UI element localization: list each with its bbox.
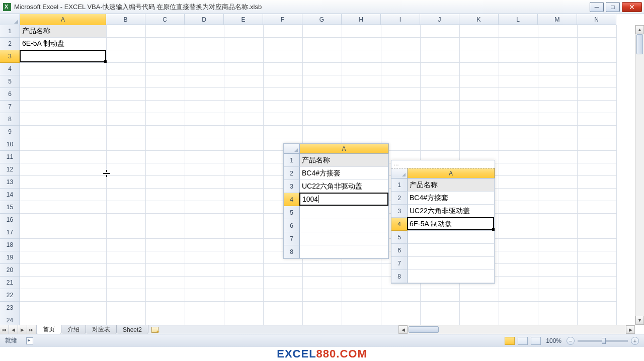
cell-d1[interactable] (185, 25, 224, 38)
cell-l15[interactable] (499, 201, 538, 214)
cell-b16[interactable] (107, 214, 146, 226)
cell-m23[interactable] (538, 302, 578, 314)
hscroll-thumb[interactable] (409, 326, 439, 333)
mini1-row-header-8[interactable]: 8 (284, 245, 300, 258)
cell-c22[interactable] (146, 289, 185, 302)
cell-m22[interactable] (538, 289, 578, 302)
cell-f4[interactable] (264, 63, 303, 75)
cell-c21[interactable] (146, 277, 185, 289)
cell-b6[interactable] (107, 88, 146, 101)
mini2-row-header-5[interactable]: 5 (391, 231, 408, 244)
cell-k8[interactable] (460, 113, 499, 126)
cell-e3[interactable] (224, 50, 264, 63)
col-header-e[interactable]: E (224, 14, 263, 25)
cell-g7[interactable] (303, 101, 342, 113)
cell-k7[interactable] (460, 101, 499, 113)
row-header-5[interactable]: 5 (0, 75, 20, 88)
col-header-l[interactable]: L (499, 14, 538, 25)
mini1-row-header-7[interactable]: 7 (284, 232, 300, 245)
cell-g5[interactable] (303, 75, 342, 88)
cell-l4[interactable] (499, 63, 538, 75)
cell-h22[interactable] (342, 289, 381, 302)
col-header-b[interactable]: B (106, 14, 145, 25)
cell-m3[interactable] (538, 50, 578, 63)
row-header-10[interactable]: 10 (0, 138, 20, 151)
cell-g2[interactable] (303, 38, 342, 50)
cell-c7[interactable] (146, 101, 185, 113)
tab-first-button[interactable]: ⏮ (0, 325, 9, 334)
cell-e7[interactable] (224, 101, 264, 113)
cell-h23[interactable] (342, 302, 381, 314)
cell-c1[interactable] (146, 25, 185, 38)
normal-view-button[interactable] (505, 337, 515, 345)
mini1-row-header-3[interactable]: 3 (284, 180, 300, 193)
cell-a12[interactable] (20, 163, 107, 176)
cell-a17[interactable] (20, 226, 107, 239)
mini1-cell-a6[interactable] (300, 219, 388, 232)
cell-a3[interactable] (20, 50, 107, 63)
cell-m20[interactable] (538, 264, 578, 277)
row-header-13[interactable]: 13 (0, 176, 20, 189)
hscroll-track[interactable] (408, 325, 626, 334)
mini1-row-header-1[interactable]: 1 (284, 154, 300, 167)
cell-c14[interactable] (146, 189, 185, 201)
cell-c16[interactable] (146, 214, 185, 226)
horizontal-scrollbar[interactable]: ◀ ▶ (398, 325, 635, 334)
mini2-cell-a5[interactable] (408, 231, 495, 244)
zoom-thumb[interactable] (602, 338, 606, 344)
cell-d16[interactable] (185, 214, 224, 226)
cell-e18[interactable] (224, 239, 264, 251)
cell-l7[interactable] (499, 101, 538, 113)
cell-h9[interactable] (342, 126, 381, 138)
mini2-select-all[interactable] (391, 168, 408, 178)
cell-a15[interactable] (20, 201, 107, 214)
cell-c3[interactable] (146, 50, 185, 63)
cell-d7[interactable] (185, 101, 224, 113)
cell-d15[interactable] (185, 201, 224, 214)
cell-n23[interactable] (578, 302, 617, 314)
cell-d20[interactable] (185, 264, 224, 277)
cell-a16[interactable] (20, 214, 107, 226)
col-header-j[interactable]: J (420, 14, 459, 25)
mini1-col-header-a[interactable]: A (300, 144, 388, 153)
cell-k4[interactable] (460, 63, 499, 75)
cell-d19[interactable] (185, 251, 224, 264)
cell-d10[interactable] (185, 138, 224, 151)
cell-a18[interactable] (20, 239, 107, 251)
cell-i4[interactable] (381, 63, 421, 75)
cell-l10[interactable] (499, 138, 538, 151)
mini1-cell-a5[interactable] (300, 206, 388, 219)
cell-f2[interactable] (264, 38, 303, 50)
row-header-12[interactable]: 12 (0, 163, 20, 176)
cell-f20[interactable] (264, 264, 303, 277)
cell-g8[interactable] (303, 113, 342, 126)
cell-n14[interactable] (578, 189, 617, 201)
cell-f8[interactable] (264, 113, 303, 126)
cell-k6[interactable] (460, 88, 499, 101)
cell-d8[interactable] (185, 113, 224, 126)
cell-f5[interactable] (264, 75, 303, 88)
cell-f21[interactable] (264, 277, 303, 289)
cell-b20[interactable] (107, 264, 146, 277)
cell-i7[interactable] (381, 101, 421, 113)
cell-a21[interactable] (20, 277, 107, 289)
cell-n13[interactable] (578, 176, 617, 189)
cell-g22[interactable] (303, 289, 342, 302)
col-header-n[interactable]: N (577, 14, 616, 25)
mini1-row-header-5[interactable]: 5 (284, 206, 300, 219)
cell-j10[interactable] (421, 138, 460, 151)
cell-b23[interactable] (107, 302, 146, 314)
cell-m10[interactable] (538, 138, 578, 151)
mini2-row-header-2[interactable]: 2 (391, 192, 408, 205)
cell-d12[interactable] (185, 163, 224, 176)
row-header-21[interactable]: 21 (0, 277, 20, 289)
cell-c19[interactable] (146, 251, 185, 264)
cell-h3[interactable] (342, 50, 381, 63)
cell-n7[interactable] (578, 101, 617, 113)
cell-j4[interactable] (421, 63, 460, 75)
cell-i6[interactable] (381, 88, 421, 101)
mini1-row-header-4[interactable]: 4 (284, 193, 300, 206)
cell-e20[interactable] (224, 264, 264, 277)
row-header-17[interactable]: 17 (0, 226, 20, 239)
cell-b15[interactable] (107, 201, 146, 214)
